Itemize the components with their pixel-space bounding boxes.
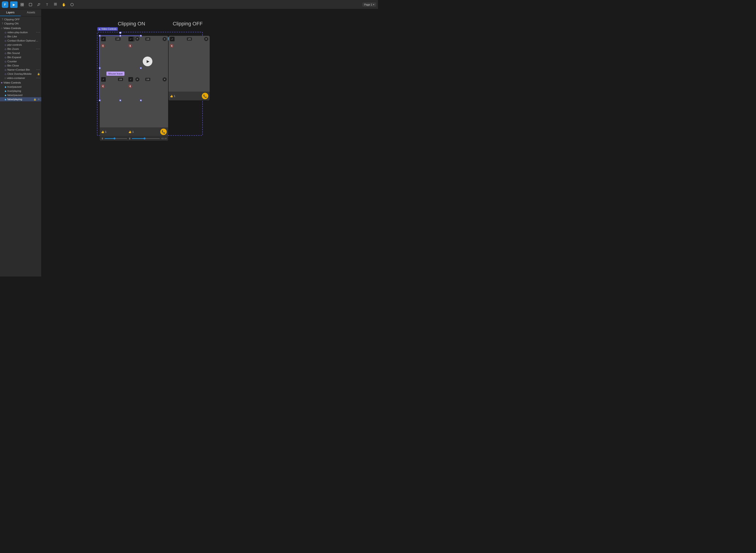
rotate-handle[interactable] (119, 31, 122, 34)
layer-clipping-on[interactable]: T Clipping ON (0, 21, 41, 26)
frame-icon: □ (5, 77, 6, 79)
tool-select[interactable]: ▶ (10, 1, 17, 8)
mute-icon[interactable]: 🔇 (101, 44, 105, 48)
tab-layers[interactable]: Layers (0, 9, 21, 16)
section-video-controls-top[interactable]: ◇ Video Controls (0, 26, 41, 30)
variant-icon: ◆ (5, 94, 6, 96)
layer-name: Clipping OFF (4, 18, 40, 21)
diamond-icon: ◇ (5, 64, 6, 67)
layer-true-paused[interactable]: ◆ true/paused (0, 85, 41, 89)
like-count-5[interactable]: 👍1 (128, 131, 134, 134)
diamond-icon: ◇ (5, 52, 6, 55)
play-button[interactable]: ▶ (143, 57, 152, 66)
section-video-controls-main[interactable]: ◈ Video Controls (0, 80, 41, 85)
svg-rect-1 (22, 3, 23, 4)
collapse-icon: ◇ (1, 27, 3, 29)
handle-tl[interactable] (99, 35, 101, 37)
layer-btn-zoom[interactable]: ◇ Btn Zoom ~~~ (0, 47, 41, 51)
time-display-5: -02:16 (161, 137, 167, 140)
layer-false-playing[interactable]: ◆ false/playing 🔒 👁 (0, 97, 41, 101)
layer-contact-btn[interactable]: ◇ Contact Button Options/Mobile (0, 38, 41, 43)
layer-counter[interactable]: ◇ Counter (0, 59, 41, 64)
tool-hand[interactable]: ✋ (60, 1, 67, 8)
mute-icon-3[interactable]: 🔇 (170, 44, 174, 48)
close-btn-3[interactable]: ✕ (204, 37, 208, 41)
layer-name-contact[interactable]: ◇ Name+Contact Btn ~~~ (0, 68, 41, 72)
svg-point-5 (38, 3, 39, 4)
video-card-3[interactable]: ⤢ 1/5 ✕ 🔇 👍1 📞 (168, 36, 210, 100)
layer-video-container[interactable]: □ video-container ~~~ (0, 76, 41, 80)
handle-bl[interactable] (99, 99, 101, 101)
tool-pen[interactable] (35, 1, 43, 8)
mute-icon-4[interactable]: 🔇 (101, 84, 105, 88)
pause-icon-5[interactable]: ⏸ (128, 137, 131, 140)
scrubber-track-5[interactable] (132, 138, 160, 139)
handle-tm[interactable] (120, 35, 121, 37)
brand-logo[interactable]: F (2, 1, 8, 8)
expand-btn-2[interactable]: ⤢ (128, 37, 133, 41)
tool-comment[interactable] (68, 1, 76, 8)
layer-true-playing[interactable]: ◆ true/playing (0, 89, 41, 93)
diamond-icon: ◇ (5, 48, 6, 50)
expand-btn-4[interactable]: ⤢ (101, 77, 106, 82)
layer-name: video-play-button (7, 31, 35, 34)
handle-tr[interactable] (140, 35, 142, 37)
handle-mr[interactable] (140, 67, 142, 69)
diamond-icon: ◇ (5, 44, 6, 46)
section-label-clipping-off: Clipping OFF (173, 21, 203, 27)
scrubber-bar-5: ⏸ -02:16 (127, 136, 168, 141)
handle-ml[interactable] (99, 67, 101, 69)
tool-shape[interactable] (27, 1, 34, 8)
mute-icon-5[interactable]: 🔇 (128, 84, 132, 88)
svg-rect-7 (56, 4, 57, 5)
contact-btn-3[interactable]: 📞 (202, 93, 208, 99)
tool-frame[interactable] (18, 1, 26, 8)
sidebar: Layers Assets T Clipping OFF T Clipping … (0, 9, 42, 276)
layer-name: Btn Expand (7, 56, 40, 59)
layer-clipping-off[interactable]: T Clipping OFF (0, 17, 41, 21)
lock-icon: 🔒 (37, 73, 40, 75)
layer-btn-expand[interactable]: ◇ Btn Expand (0, 55, 41, 59)
card-inner-5: ⤢ 1/6 ✕ 🔇 👍1 📞 ⏸ (127, 76, 168, 141)
mute-icon-2[interactable]: 🔇 (128, 44, 132, 48)
page-indicator[interactable]: Page 1 ▾ (362, 3, 376, 7)
lock-icon: 🔒 (33, 98, 36, 101)
layer-name: false/playing (7, 98, 32, 101)
svg-rect-0 (21, 3, 22, 4)
expand-btn-3[interactable]: ⤢ (170, 37, 174, 41)
layer-name: Name+Contact Btn (7, 68, 35, 71)
expand-btn[interactable]: ⤢ (101, 37, 106, 41)
close-btn-2[interactable]: ✕ (163, 37, 167, 41)
handle-bm[interactable] (120, 99, 121, 101)
like-count-4[interactable]: 👍1 (101, 131, 106, 134)
handle-br[interactable] (140, 99, 142, 101)
scrubber-fill-4 (104, 138, 115, 139)
layer-name: true/paused (7, 85, 40, 88)
scrubber-fill-5 (132, 138, 145, 139)
chevron-down-icon: ▾ (373, 3, 374, 6)
expand-btn-5[interactable]: ⤢ (128, 77, 133, 82)
close-btn-5[interactable]: ✕ (163, 77, 167, 81)
tool-component[interactable] (52, 1, 59, 8)
layer-click-overlay[interactable]: ◇ Click Overlay/Mobile 🔒 (0, 72, 41, 76)
layer-name: true/playing (7, 90, 40, 92)
layer-btn-close[interactable]: ◇ Btn Close (0, 64, 41, 68)
svg-rect-9 (56, 3, 57, 4)
layer-name: video-container (7, 77, 35, 79)
card2-top-bar: ⤢ 1/6 ✕ (127, 36, 168, 42)
svg-rect-2 (21, 5, 22, 6)
layer-btn-like[interactable]: ◇ Btn Like (0, 34, 41, 38)
video-card-5[interactable]: ⤢ 1/6 ✕ 🔇 👍1 📞 ⏸ (127, 76, 168, 141)
tab-assets[interactable]: Assets (21, 9, 42, 16)
layer-name: Contact Button Options/Mobile (7, 39, 40, 42)
tool-text[interactable]: T (44, 1, 51, 8)
layer-plyr-controls[interactable]: ◇ plyr-controls (0, 43, 41, 47)
layer-video-play-button[interactable]: ◇ video-play-button ~~~ (0, 30, 41, 34)
pause-icon-4[interactable]: ⏸ (101, 137, 104, 140)
layer-btn-sound[interactable]: ◇ Btn Sound (0, 51, 41, 55)
text-layer-icon: T (2, 22, 3, 25)
component-icon: ◈ (1, 81, 3, 84)
layer-false-paused[interactable]: ◆ false/paused (0, 93, 41, 97)
contact-btn-5[interactable]: 📞 (160, 129, 167, 135)
like-count-3[interactable]: 👍1 (170, 95, 175, 98)
